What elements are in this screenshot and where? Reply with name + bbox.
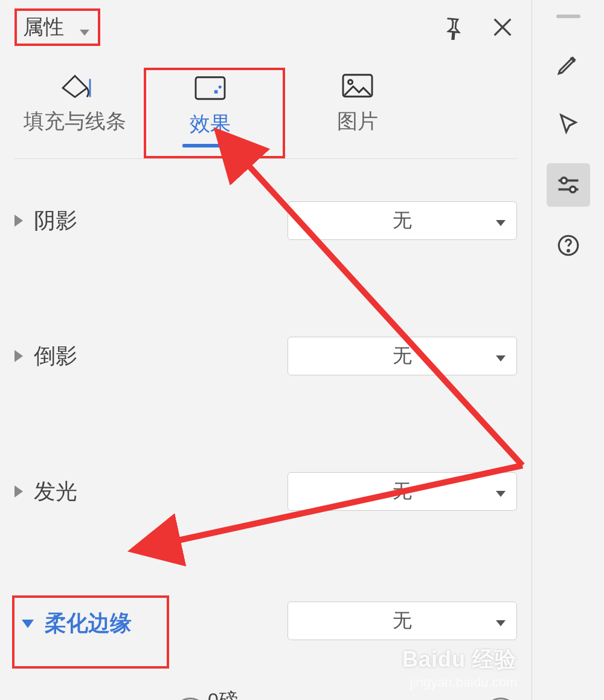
properties-panel: 属性 填充与线条 bbox=[0, 0, 532, 700]
section-label: 倒影 bbox=[34, 342, 77, 371]
property-tabs: 填充与线条 效果 bbox=[14, 52, 517, 159]
chevron-right-icon bbox=[14, 485, 23, 497]
reflection-preset-dropdown[interactable]: 无 bbox=[288, 337, 517, 375]
adjust-tool[interactable] bbox=[547, 163, 590, 207]
chevron-right-icon bbox=[14, 215, 23, 227]
tab-label: 填充与线条 bbox=[24, 108, 126, 135]
svg-point-9 bbox=[561, 178, 567, 184]
select-tool[interactable] bbox=[547, 103, 590, 146]
section-label: 阴影 bbox=[34, 206, 77, 236]
panel-header: 属性 bbox=[14, 0, 517, 52]
tab-picture[interactable]: 图片 bbox=[297, 68, 418, 158]
tab-label: 图片 bbox=[337, 108, 378, 135]
help-button[interactable] bbox=[547, 224, 590, 267]
picture-icon bbox=[340, 68, 375, 105]
pin-icon[interactable] bbox=[437, 13, 466, 42]
panel-title-dropdown[interactable]: 属性 bbox=[14, 8, 100, 46]
soft-edge-size-row: 大小(S) − 0磅 + bbox=[14, 698, 517, 700]
section-soft-edge: 柔化边缘 无 bbox=[14, 595, 517, 669]
section-header-reflection[interactable]: 倒影 bbox=[14, 342, 172, 371]
pencil-tool[interactable] bbox=[547, 42, 590, 86]
decrease-button[interactable]: − bbox=[174, 698, 207, 700]
section-label: 柔化边缘 bbox=[45, 609, 132, 638]
dropdown-value: 无 bbox=[393, 478, 412, 505]
svg-point-11 bbox=[570, 187, 576, 193]
soft-edge-preset-dropdown[interactable]: 无 bbox=[288, 601, 517, 640]
chevron-down-icon bbox=[22, 620, 34, 628]
effects-icon bbox=[193, 70, 228, 108]
close-icon[interactable] bbox=[488, 13, 517, 42]
glow-preset-dropdown[interactable]: 无 bbox=[288, 472, 517, 511]
dropdown-value: 无 bbox=[393, 608, 412, 634]
slider-value-label: 0磅 bbox=[208, 687, 238, 700]
section-shadow: 阴影 无 bbox=[14, 201, 517, 240]
svg-point-5 bbox=[348, 80, 352, 84]
tab-label: 效果 bbox=[190, 110, 231, 138]
svg-point-13 bbox=[567, 250, 569, 251]
drag-handle-icon[interactable] bbox=[556, 15, 580, 18]
panel-title-label: 属性 bbox=[23, 13, 64, 41]
shadow-preset-dropdown[interactable]: 无 bbox=[288, 201, 517, 240]
dropdown-value: 无 bbox=[393, 207, 412, 234]
section-glow: 发光 无 bbox=[14, 472, 517, 511]
paint-bucket-icon bbox=[57, 68, 93, 105]
section-header-shadow[interactable]: 阴影 bbox=[14, 206, 172, 236]
right-toolbar bbox=[532, 0, 604, 700]
section-label: 发光 bbox=[34, 477, 77, 507]
tab-fill-line[interactable]: 填充与线条 bbox=[14, 68, 135, 158]
section-reflection: 倒影 无 bbox=[14, 337, 517, 375]
watermark-url: jingyan.baidu.com bbox=[402, 675, 517, 690]
tab-effects[interactable]: 效果 bbox=[150, 70, 271, 156]
dropdown-value: 无 bbox=[393, 343, 412, 369]
highlight-effects-tab: 效果 bbox=[144, 68, 285, 158]
section-header-glow[interactable]: 发光 bbox=[14, 477, 172, 507]
chevron-right-icon bbox=[14, 350, 23, 362]
section-header-soft-edge[interactable]: 柔化边缘 bbox=[12, 595, 169, 669]
increase-button[interactable]: + bbox=[484, 698, 517, 700]
